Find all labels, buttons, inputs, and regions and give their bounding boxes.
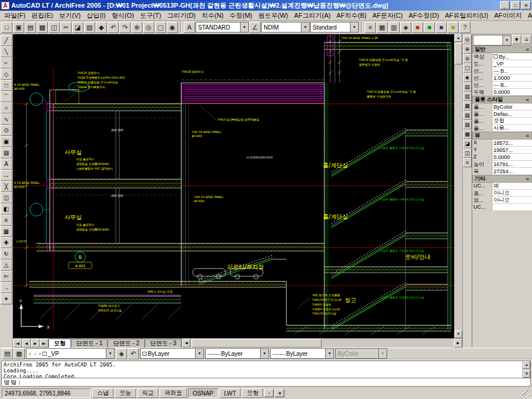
text-tool[interactable]: A <box>1 158 12 170</box>
layer-on-icon[interactable]: ● <box>28 351 31 356</box>
scroll-right-button[interactable]: ▶ <box>454 339 462 348</box>
menu-view[interactable]: 보기(V) <box>56 11 84 21</box>
menu-tools[interactable]: 도구(T) <box>137 11 164 21</box>
open-button[interactable]: ▣ <box>13 22 24 33</box>
offset-tool[interactable]: ≡ <box>1 215 12 226</box>
property-value[interactable]: 0.0000 <box>492 154 532 160</box>
lineweight-combo[interactable]: ——— ByLayer ▼ <box>270 348 334 359</box>
status-toggle-grid[interactable]: 모눈 <box>115 388 136 398</box>
tab-first-button[interactable]: |◀ <box>13 339 22 348</box>
af-green-tool-button[interactable]: ■ <box>424 22 435 33</box>
scrollbar-track[interactable] <box>190 339 454 348</box>
menu-af-draw[interactable]: AF그리기(A) <box>291 11 334 21</box>
tab-layout-2[interactable]: 단면도 - 2 <box>108 339 144 348</box>
command-scrollbar[interactable]: ▲ ▼ <box>523 361 530 378</box>
menu-edit[interactable]: 편집(E) <box>28 11 56 21</box>
menu-af-modify[interactable]: AF수정(D) <box>406 11 442 21</box>
property-value[interactable]: 아니오 <box>492 197 532 203</box>
layer-states-button[interactable]: ▦ <box>14 348 25 359</box>
zoom-window-button[interactable]: ▢ <box>155 22 166 33</box>
layer-freeze-icon[interactable]: ☼ <box>33 351 37 356</box>
color-combo[interactable]: ByLayer ▼ <box>140 348 204 359</box>
dim-style-button[interactable]: ∠ <box>249 22 261 33</box>
tab-layout-3[interactable]: 단면도 - 3 <box>145 339 181 348</box>
property-value[interactable] <box>492 204 532 210</box>
section-collapse-button[interactable]: ≪ <box>525 98 530 102</box>
property-value[interactable]: 모형 <box>492 118 532 124</box>
property-value[interactable]: 19657... <box>492 147 532 153</box>
rectangle-tool[interactable]: □ <box>1 80 12 91</box>
help-button[interactable]: ? <box>459 22 471 33</box>
properties-button[interactable]: ≡ <box>365 22 376 33</box>
af-tool-8[interactable]: ◫ <box>463 148 472 158</box>
menu-af-text[interactable]: AF문자(C) <box>369 11 406 21</box>
close-button[interactable]: ✕ <box>521 1 531 9</box>
af-tool-3[interactable]: ▦ <box>463 101 472 111</box>
sheet-set-button[interactable]: ◈ <box>400 22 411 33</box>
explode-tool[interactable]: ✶ <box>1 293 12 304</box>
menu-af-image[interactable]: AF이미지 <box>491 11 525 21</box>
chevron-down-icon[interactable]: ▼ <box>350 22 358 32</box>
property-value[interactable]: ByColor <box>492 103 532 110</box>
section-collapse-button[interactable]: ≪ <box>525 177 530 181</box>
af-zoom-window-tool[interactable]: ▢ <box>463 63 472 73</box>
property-value[interactable]: — B... <box>492 82 532 88</box>
hatch-tool[interactable]: ▨ <box>1 147 12 158</box>
property-value[interactable]: 18572... <box>492 140 532 146</box>
polyline-tool[interactable]: ⌐ <box>1 57 12 69</box>
text-style-combo[interactable]: Standard ▼ <box>310 22 359 33</box>
drawing-canvas[interactable]: 사무실사무실홀/계단실홀/계단실피로티/주차장로비/안내창고BA-403THK … <box>13 34 454 338</box>
property-value[interactable]: 아니오 <box>492 190 532 196</box>
property-value[interactable]: 16791... <box>492 161 532 167</box>
tab-prev-button[interactable]: ◀ <box>22 339 31 348</box>
menu-modify[interactable]: 수정(M) <box>226 11 255 21</box>
property-value[interactable]: Defau... <box>492 111 532 117</box>
dim-style-combo[interactable]: NDIM ▼ <box>261 22 310 33</box>
tab-last-button[interactable]: ▶| <box>40 339 48 348</box>
polygon-tool[interactable]: ◇ <box>1 69 12 80</box>
rotate-tool[interactable]: ↻ <box>1 248 12 259</box>
af-tool-4[interactable]: ▧ <box>463 111 472 120</box>
status-toggle-snap[interactable]: 스냅 <box>92 388 113 398</box>
status-toggle-lwt[interactable]: LWT <box>219 388 241 398</box>
property-value[interactable]: _VP <box>492 60 532 67</box>
af-zoom-extents-tool[interactable]: ◈ <box>463 73 472 82</box>
menu-dimension[interactable]: 치수(N) <box>199 11 226 21</box>
status-toggle-polar[interactable]: 극좌표 <box>160 388 187 398</box>
copy-tool[interactable]: ◫ <box>1 192 12 203</box>
scroll-up-button[interactable]: ▲ <box>523 361 530 369</box>
maximize-button[interactable]: □ <box>511 1 520 9</box>
af-tool-2[interactable]: ▥ <box>463 92 472 101</box>
pan-button[interactable]: ⊕ <box>131 22 142 33</box>
af-yellow-tool-button[interactable]: ■ <box>447 22 459 33</box>
cut-button[interactable]: ✂ <box>60 22 72 33</box>
resize-grip[interactable] <box>523 390 530 397</box>
command-input[interactable]: 명령: <box>1 378 531 387</box>
palette-menu-button[interactable]: ≡ <box>522 35 531 44</box>
status-toggle-osnap[interactable]: OSNAP <box>188 388 218 398</box>
scroll-left-button[interactable]: ◀ <box>182 339 190 348</box>
scrollbar-track[interactable] <box>455 42 462 330</box>
section-header-2[interactable]: 뷰≪ <box>472 132 532 140</box>
copy-button[interactable]: ◪ <box>72 22 83 33</box>
linetype-combo[interactable]: ——— ByLayer ▼ <box>205 348 269 359</box>
tool-palettes-button[interactable]: ▥ <box>388 22 400 33</box>
insert-block-tool[interactable]: ▣ <box>1 136 12 147</box>
tab-next-button[interactable]: ▶ <box>31 339 40 348</box>
quick-select-button[interactable]: ▼ <box>512 35 521 44</box>
match-properties-button[interactable]: ◆ <box>96 22 107 33</box>
array-tool[interactable]: ▦ <box>1 226 12 237</box>
af-red-tool-button[interactable]: ■ <box>412 22 423 33</box>
chevron-down-icon[interactable]: ▼ <box>260 349 268 358</box>
property-value[interactable]: 27254... <box>492 168 532 174</box>
horizontal-scrollbar[interactable]: ◀ ▶ <box>181 339 462 348</box>
scroll-down-button[interactable]: ▼ <box>523 370 530 378</box>
construction-line-tool[interactable]: ╲ <box>1 46 12 57</box>
circle-tool[interactable]: ○ <box>1 102 12 113</box>
status-menu-button[interactable]: ▾ <box>275 389 284 397</box>
section-header-3[interactable]: 기타≪ <box>472 175 532 183</box>
af-zoom-in-tool[interactable]: ⊕ <box>463 44 472 54</box>
ellipse-tool[interactable]: ⊙ <box>1 125 12 136</box>
plot-preview-button[interactable]: ◫ <box>48 22 60 33</box>
layer-lock-icon[interactable]: ▪ <box>39 351 41 356</box>
